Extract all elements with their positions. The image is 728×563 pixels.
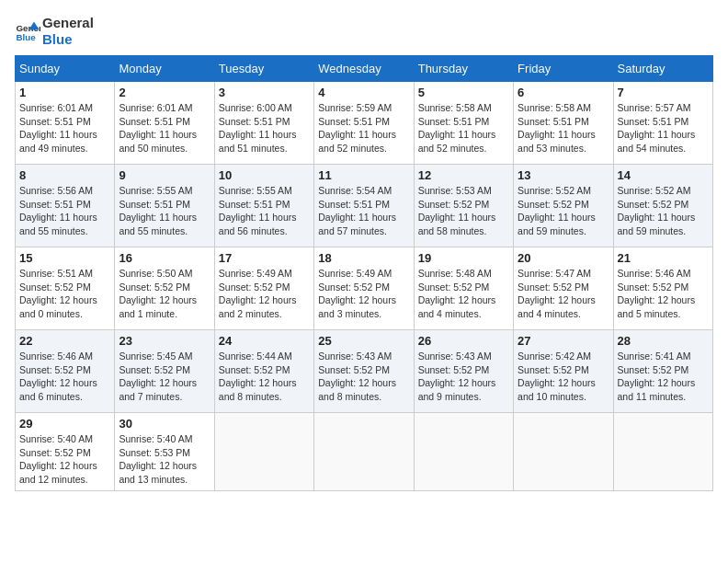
day-info: Sunrise: 5:47 AMSunset: 5:52 PMDaylight:… (518, 267, 609, 321)
day-number: 15 (19, 251, 110, 265)
day-info: Sunrise: 5:44 AMSunset: 5:52 PMDaylight:… (219, 350, 310, 404)
calendar-cell: 29Sunrise: 5:40 AMSunset: 5:52 PMDayligh… (16, 413, 115, 491)
day-number: 3 (219, 86, 310, 99)
calendar-cell: 10Sunrise: 5:55 AMSunset: 5:51 PMDayligh… (214, 165, 313, 247)
calendar-cell: 30Sunrise: 5:40 AMSunset: 5:53 PMDayligh… (115, 413, 214, 491)
calendar-cell: 16Sunrise: 5:50 AMSunset: 5:52 PMDayligh… (115, 247, 214, 330)
day-number: 8 (19, 168, 110, 182)
calendar-cell: 19Sunrise: 5:48 AMSunset: 5:52 PMDayligh… (414, 247, 513, 330)
day-info: Sunrise: 5:41 AMSunset: 5:52 PMDaylight:… (618, 350, 709, 404)
calendar-cell: 8Sunrise: 5:56 AMSunset: 5:51 PMDaylight… (16, 165, 115, 247)
calendar-week-row: 8Sunrise: 5:56 AMSunset: 5:51 PMDaylight… (16, 165, 713, 247)
day-number: 1 (19, 86, 110, 99)
day-number: 7 (618, 86, 709, 99)
day-info: Sunrise: 5:46 AMSunset: 5:52 PMDaylight:… (618, 267, 709, 321)
calendar-cell (314, 413, 414, 491)
weekday-header: Sunday (16, 56, 115, 82)
calendar-cell: 11Sunrise: 5:54 AMSunset: 5:51 PMDayligh… (314, 165, 414, 247)
calendar-cell: 15Sunrise: 5:51 AMSunset: 5:52 PMDayligh… (16, 247, 115, 330)
day-number: 17 (219, 251, 310, 265)
day-number: 13 (518, 168, 609, 182)
day-number: 10 (219, 168, 310, 182)
day-info: Sunrise: 5:46 AMSunset: 5:52 PMDaylight:… (19, 350, 110, 404)
day-number: 26 (418, 334, 509, 348)
day-number: 11 (318, 168, 409, 182)
day-info: Sunrise: 6:00 AMSunset: 5:51 PMDaylight:… (219, 101, 310, 155)
calendar-cell: 7Sunrise: 5:57 AMSunset: 5:51 PMDaylight… (613, 82, 712, 165)
calendar-cell: 22Sunrise: 5:46 AMSunset: 5:52 PMDayligh… (16, 330, 115, 413)
calendar-cell: 18Sunrise: 5:49 AMSunset: 5:52 PMDayligh… (314, 247, 414, 330)
day-info: Sunrise: 5:42 AMSunset: 5:52 PMDaylight:… (518, 350, 609, 404)
calendar-week-row: 15Sunrise: 5:51 AMSunset: 5:52 PMDayligh… (16, 247, 713, 330)
calendar-cell: 23Sunrise: 5:45 AMSunset: 5:52 PMDayligh… (115, 330, 214, 413)
calendar-cell: 9Sunrise: 5:55 AMSunset: 5:51 PMDaylight… (115, 165, 214, 247)
weekday-header: Friday (514, 56, 613, 82)
calendar-cell: 21Sunrise: 5:46 AMSunset: 5:52 PMDayligh… (613, 247, 712, 330)
day-number: 21 (618, 251, 709, 265)
calendar-cell: 5Sunrise: 5:58 AMSunset: 5:51 PMDaylight… (414, 82, 513, 165)
logo: General Blue General Blue (15, 15, 94, 48)
day-info: Sunrise: 6:01 AMSunset: 5:51 PMDaylight:… (19, 101, 110, 155)
calendar-cell: 17Sunrise: 5:49 AMSunset: 5:52 PMDayligh… (214, 247, 313, 330)
day-number: 24 (219, 334, 310, 348)
weekday-header: Tuesday (214, 56, 313, 82)
calendar-cell (214, 413, 313, 491)
day-number: 14 (618, 168, 709, 182)
day-info: Sunrise: 5:52 AMSunset: 5:52 PMDaylight:… (618, 184, 709, 238)
day-info: Sunrise: 5:50 AMSunset: 5:52 PMDaylight:… (119, 267, 210, 321)
logo-general: General (42, 15, 94, 31)
day-info: Sunrise: 5:49 AMSunset: 5:52 PMDaylight:… (318, 267, 409, 321)
calendar-table: SundayMondayTuesdayWednesdayThursdayFrid… (15, 55, 713, 491)
day-info: Sunrise: 5:48 AMSunset: 5:52 PMDaylight:… (418, 267, 509, 321)
day-info: Sunrise: 5:51 AMSunset: 5:52 PMDaylight:… (19, 267, 110, 321)
day-number: 16 (119, 251, 210, 265)
calendar-cell (414, 413, 513, 491)
weekday-header: Thursday (414, 56, 513, 82)
calendar-cell: 13Sunrise: 5:52 AMSunset: 5:52 PMDayligh… (514, 165, 613, 247)
weekday-header: Saturday (613, 56, 712, 82)
day-info: Sunrise: 5:45 AMSunset: 5:52 PMDaylight:… (119, 350, 210, 404)
day-number: 19 (418, 251, 509, 265)
day-number: 18 (318, 251, 409, 265)
day-number: 23 (119, 334, 210, 348)
day-number: 27 (518, 334, 609, 348)
day-info: Sunrise: 5:53 AMSunset: 5:52 PMDaylight:… (418, 184, 509, 238)
logo-icon: General Blue (15, 18, 40, 44)
calendar-cell: 12Sunrise: 5:53 AMSunset: 5:52 PMDayligh… (414, 165, 513, 247)
day-info: Sunrise: 5:54 AMSunset: 5:51 PMDaylight:… (318, 184, 409, 238)
calendar-week-row: 22Sunrise: 5:46 AMSunset: 5:52 PMDayligh… (16, 330, 713, 413)
day-number: 12 (418, 168, 509, 182)
day-info: Sunrise: 5:55 AMSunset: 5:51 PMDaylight:… (119, 184, 210, 238)
calendar-cell: 1Sunrise: 6:01 AMSunset: 5:51 PMDaylight… (16, 82, 115, 165)
day-number: 6 (518, 86, 609, 99)
calendar-cell: 27Sunrise: 5:42 AMSunset: 5:52 PMDayligh… (514, 330, 613, 413)
day-info: Sunrise: 5:58 AMSunset: 5:51 PMDaylight:… (418, 101, 509, 155)
calendar-cell (613, 413, 712, 491)
svg-text:Blue: Blue (16, 32, 36, 42)
page-header: General Blue General Blue (15, 15, 713, 48)
day-number: 4 (318, 86, 409, 99)
day-info: Sunrise: 5:58 AMSunset: 5:51 PMDaylight:… (518, 101, 609, 155)
day-info: Sunrise: 5:57 AMSunset: 5:51 PMDaylight:… (618, 101, 709, 155)
weekday-header-row: SundayMondayTuesdayWednesdayThursdayFrid… (16, 56, 713, 82)
weekday-header: Wednesday (314, 56, 414, 82)
day-number: 2 (119, 86, 210, 99)
weekday-header: Monday (115, 56, 214, 82)
day-number: 25 (318, 334, 409, 348)
calendar-cell: 25Sunrise: 5:43 AMSunset: 5:52 PMDayligh… (314, 330, 414, 413)
calendar-cell: 24Sunrise: 5:44 AMSunset: 5:52 PMDayligh… (214, 330, 313, 413)
day-info: Sunrise: 5:43 AMSunset: 5:52 PMDaylight:… (418, 350, 509, 404)
calendar-cell: 2Sunrise: 6:01 AMSunset: 5:51 PMDaylight… (115, 82, 214, 165)
calendar-cell: 3Sunrise: 6:00 AMSunset: 5:51 PMDaylight… (214, 82, 313, 165)
calendar-cell: 14Sunrise: 5:52 AMSunset: 5:52 PMDayligh… (613, 165, 712, 247)
calendar-cell: 28Sunrise: 5:41 AMSunset: 5:52 PMDayligh… (613, 330, 712, 413)
calendar-cell: 26Sunrise: 5:43 AMSunset: 5:52 PMDayligh… (414, 330, 513, 413)
day-number: 30 (119, 417, 210, 431)
day-info: Sunrise: 5:56 AMSunset: 5:51 PMDaylight:… (19, 184, 110, 238)
calendar-week-row: 1Sunrise: 6:01 AMSunset: 5:51 PMDaylight… (16, 82, 713, 165)
calendar-cell: 20Sunrise: 5:47 AMSunset: 5:52 PMDayligh… (514, 247, 613, 330)
day-number: 20 (518, 251, 609, 265)
logo-blue: Blue (42, 31, 94, 48)
day-number: 28 (618, 334, 709, 348)
day-info: Sunrise: 5:52 AMSunset: 5:52 PMDaylight:… (518, 184, 609, 238)
